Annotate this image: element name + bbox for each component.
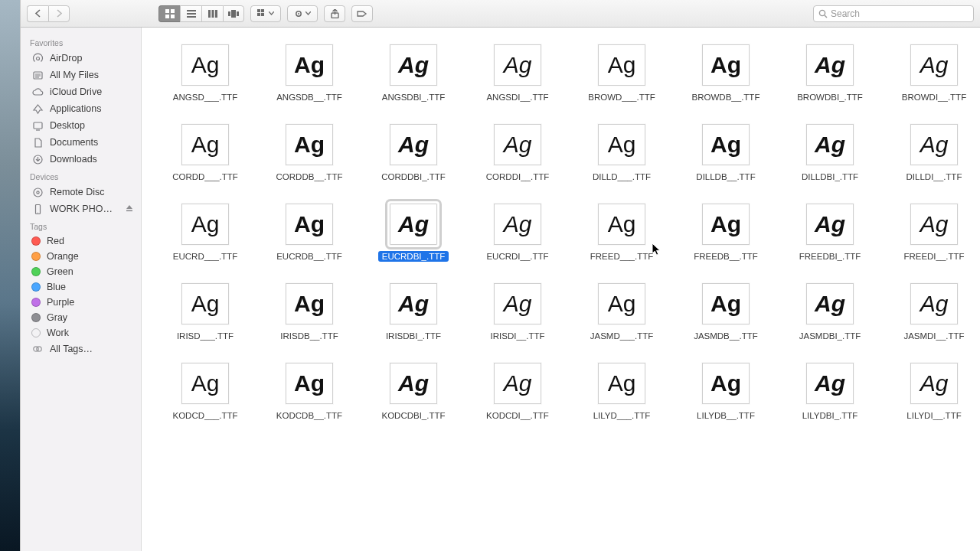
- sidebar-item[interactable]: All Tags…: [21, 341, 141, 357]
- view-list-button[interactable]: [180, 5, 201, 22]
- sidebar-item[interactable]: Work: [21, 325, 141, 341]
- glyph-A: A: [294, 372, 311, 395]
- airdrop-icon: [31, 52, 44, 64]
- glyph-g: g: [415, 54, 429, 77]
- font-file[interactable]: AgDILLDI__.TTF: [883, 124, 980, 182]
- sidebar-item[interactable]: Documents: [21, 134, 141, 151]
- svg-point-20: [819, 10, 825, 15]
- glyph-A: A: [191, 292, 207, 315]
- sidebar-item-label: All My Files: [50, 70, 99, 80]
- font-file[interactable]: AgFREEDB__.TTF: [675, 204, 777, 262]
- action-button[interactable]: [287, 5, 318, 22]
- glyph-g: g: [831, 213, 845, 236]
- font-file[interactable]: AgIRISDI__.TTF: [466, 283, 569, 341]
- svg-point-28: [37, 212, 38, 213]
- tags-button[interactable]: [351, 5, 373, 22]
- font-file[interactable]: AgEUCRDI__.TTF: [466, 204, 569, 262]
- glyph-g: g: [207, 372, 220, 395]
- font-file[interactable]: AgFREED___.TTF: [570, 204, 673, 262]
- search-field[interactable]: [813, 5, 974, 22]
- sidebar-item[interactable]: Green: [21, 264, 141, 279]
- arrange-group: [250, 5, 281, 22]
- font-file[interactable]: AgLILYDB__.TTF: [675, 363, 777, 421]
- font-thumbnail: Ag: [910, 44, 958, 86]
- sidebar-item[interactable]: Applications: [21, 100, 141, 117]
- font-file[interactable]: AgJASMD___.TTF: [570, 283, 673, 341]
- all-tags-icon: [31, 343, 44, 355]
- font-file[interactable]: AgDILLDB__.TTF: [675, 124, 777, 182]
- svg-point-31: [37, 347, 41, 351]
- forward-button[interactable]: [48, 5, 70, 22]
- eject-icon[interactable]: [126, 204, 133, 214]
- file-name-label: IRISDBI_.TTF: [382, 331, 445, 341]
- font-file[interactable]: AgLILYD___.TTF: [570, 363, 673, 421]
- font-file[interactable]: AgIRISD___.TTF: [154, 283, 256, 341]
- glyph-g: g: [207, 213, 220, 236]
- sidebar-item[interactable]: iCloud Drive: [21, 83, 141, 100]
- back-button[interactable]: [27, 5, 48, 22]
- font-file[interactable]: AgANGSDBI_.TTF: [362, 44, 465, 103]
- font-file[interactable]: AgDILLDBI_.TTF: [779, 124, 881, 182]
- font-file[interactable]: AgANGSD___.TTF: [154, 44, 256, 103]
- view-coverflow-button[interactable]: [223, 5, 244, 22]
- font-file[interactable]: AgANGSDI__.TTF: [466, 44, 569, 103]
- font-file[interactable]: AgANGSDB__.TTF: [258, 44, 361, 103]
- svg-rect-11: [231, 10, 236, 18]
- font-file[interactable]: AgKODCDB__.TTF: [258, 363, 361, 421]
- font-file[interactable]: AgKODCDBI_.TTF: [362, 363, 465, 421]
- sidebar-item[interactable]: Blue: [21, 279, 141, 295]
- font-file[interactable]: AgKODCD___.TTF: [154, 363, 256, 421]
- font-file[interactable]: AgEUCRD___.TTF: [154, 204, 256, 262]
- font-file[interactable]: AgLILYDI__.TTF: [883, 363, 980, 421]
- font-file[interactable]: AgEUCRDBI_.TTF: [362, 204, 465, 262]
- sidebar-item[interactable]: Downloads: [21, 151, 141, 168]
- font-file[interactable]: AgIRISDBI_.TTF: [362, 283, 465, 341]
- glyph-A: A: [920, 213, 936, 236]
- content-area[interactable]: AgANGSD___.TTFAgANGSDB__.TTFAgANGSDBI_.T…: [142, 28, 980, 551]
- font-file[interactable]: AgCORDD___.TTF: [154, 124, 256, 182]
- font-thumbnail: Ag: [286, 44, 333, 86]
- font-file[interactable]: AgCORDDB__.TTF: [258, 124, 361, 182]
- font-file[interactable]: AgCORDDBI_.TTF: [362, 124, 465, 182]
- font-file[interactable]: AgFREEDBI_.TTF: [779, 204, 881, 262]
- font-file[interactable]: AgKODCDI__.TTF: [466, 363, 569, 421]
- sidebar-item[interactable]: WORK PHO…: [21, 201, 141, 217]
- svg-rect-7: [208, 10, 211, 18]
- glyph-A: A: [398, 213, 415, 236]
- glyph-g: g: [727, 54, 741, 77]
- font-thumbnail: Ag: [598, 363, 645, 404]
- font-file[interactable]: AgBROWD___.TTF: [570, 44, 673, 103]
- sidebar-item[interactable]: All My Files: [21, 67, 141, 83]
- font-file[interactable]: AgEUCRDB__.TTF: [258, 204, 361, 262]
- font-file[interactable]: AgJASMDBI_.TTF: [779, 283, 881, 341]
- font-file[interactable]: AgIRISDB__.TTF: [258, 283, 361, 341]
- file-name-label: ANGSDI__.TTF: [482, 92, 552, 103]
- glyph-A: A: [191, 54, 207, 77]
- sidebar-item[interactable]: Red: [21, 233, 141, 249]
- file-name-label: LILYDBI_.TTF: [799, 410, 862, 421]
- font-file[interactable]: AgCORDDI__.TTF: [466, 124, 569, 182]
- view-columns-button[interactable]: [201, 5, 223, 22]
- font-file[interactable]: AgJASMDI__.TTF: [883, 283, 980, 341]
- view-icons-button[interactable]: [158, 5, 180, 22]
- font-file[interactable]: AgBROWDBI_.TTF: [779, 44, 881, 103]
- sidebar-item[interactable]: Purple: [21, 295, 141, 310]
- search-input[interactable]: [831, 8, 969, 19]
- sidebar-item[interactable]: Orange: [21, 249, 141, 264]
- font-file[interactable]: AgJASMDB__.TTF: [675, 283, 777, 341]
- font-file[interactable]: AgLILYDBI_.TTF: [779, 363, 881, 421]
- chevron-left-icon: [34, 9, 41, 18]
- sidebar-item[interactable]: Remote Disc: [21, 184, 141, 201]
- sidebar-item[interactable]: Desktop: [21, 117, 141, 134]
- font-file[interactable]: AgDILLD___.TTF: [570, 124, 673, 182]
- search-icon: [818, 9, 828, 18]
- font-file[interactable]: AgBROWDB__.TTF: [675, 44, 777, 103]
- font-file[interactable]: AgFREEDI__.TTF: [883, 204, 980, 262]
- font-file[interactable]: AgBROWDI__.TTF: [883, 44, 980, 103]
- sidebar-item[interactable]: Gray: [21, 310, 141, 325]
- file-name-label: CORDD___.TTF: [168, 171, 242, 182]
- share-button[interactable]: [324, 5, 345, 22]
- arrange-button[interactable]: [250, 5, 281, 22]
- glyph-A: A: [608, 54, 623, 77]
- sidebar-item[interactable]: AirDrop: [21, 50, 141, 67]
